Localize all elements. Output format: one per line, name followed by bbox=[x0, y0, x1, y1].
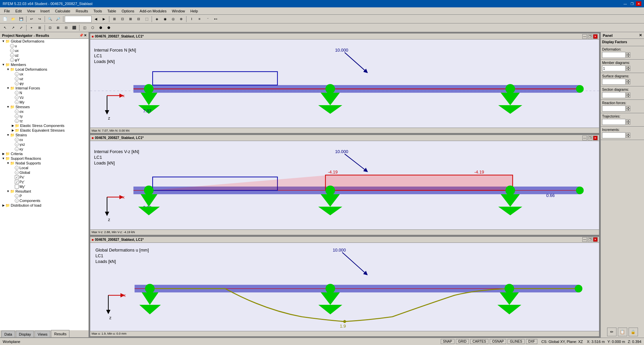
menu-view[interactable]: View bbox=[24, 8, 38, 14]
tb-next[interactable]: ▶ bbox=[100, 15, 108, 23]
tree-check-30[interactable] bbox=[15, 180, 19, 184]
tb2-c1[interactable]: ◫ bbox=[81, 24, 88, 31]
section-diagrams-spinner[interactable]: ▲ ▼ bbox=[626, 92, 630, 98]
tree-radio-4[interactable]: ○ bbox=[10, 58, 14, 62]
tb-b4[interactable]: ⊟ bbox=[135, 15, 142, 23]
tree-radio-2[interactable]: ○ bbox=[10, 49, 14, 53]
vp1-controls[interactable]: — ❐ ✕ bbox=[582, 34, 598, 39]
tree-item-21[interactable]: ○εx bbox=[0, 137, 89, 142]
menu-edit[interactable]: Edit bbox=[13, 8, 24, 14]
menu-insert[interactable]: Insert bbox=[38, 8, 52, 14]
trajectories-spinner[interactable]: ▲ ▼ bbox=[626, 119, 630, 125]
deformation-down[interactable]: ▼ bbox=[626, 55, 630, 58]
tb2-c3[interactable]: ⬢ bbox=[97, 24, 104, 31]
tree-item-35[interactable]: ▶📁Distribution of load bbox=[0, 203, 89, 208]
rp-edit-btn[interactable]: ✏ bbox=[607, 328, 616, 336]
tb-b2[interactable]: ⊡ bbox=[119, 15, 126, 23]
reaction-forces-down[interactable]: ▼ bbox=[626, 109, 630, 111]
tb2-b6[interactable]: ⊡ bbox=[46, 24, 54, 31]
menu-tools[interactable]: Tools bbox=[91, 8, 105, 14]
tree-radio-9[interactable]: ○ bbox=[15, 81, 19, 85]
tree-radio-8[interactable]: ○ bbox=[15, 77, 19, 81]
tb-d1[interactable]: Ⅰ bbox=[188, 15, 195, 23]
cartes-btn[interactable]: CARTES bbox=[470, 339, 488, 344]
tb2-b2[interactable]: ↗ bbox=[9, 24, 17, 31]
window-controls[interactable]: — ❐ ✕ bbox=[623, 1, 641, 6]
menu-window[interactable]: Window bbox=[169, 8, 187, 14]
close-button[interactable]: ✕ bbox=[636, 1, 641, 6]
trajectories-input[interactable] bbox=[602, 119, 626, 125]
tree-check-29[interactable] bbox=[15, 175, 19, 179]
tree-item-15[interactable]: ○σx bbox=[0, 109, 89, 114]
osnap-btn[interactable]: OSNAP bbox=[490, 339, 506, 344]
tree-item-7[interactable]: ○ux bbox=[0, 72, 89, 76]
tree-item-30[interactable]: Pz' bbox=[0, 180, 89, 184]
increments-input[interactable] bbox=[602, 132, 626, 138]
tb2-c2[interactable]: ⬡ bbox=[89, 24, 96, 31]
tree-item-19[interactable]: ▶📁Elastic Equivalent Stresses bbox=[0, 128, 89, 133]
nav-close-btn[interactable]: ✕ bbox=[84, 33, 87, 37]
menu-results[interactable]: Results bbox=[73, 8, 91, 14]
section-diagrams-up[interactable]: ▲ bbox=[626, 92, 630, 95]
tree-radio-15[interactable]: ○ bbox=[15, 110, 19, 114]
tree-item-20[interactable]: ▼📁Strains bbox=[0, 133, 89, 137]
tree-item-23[interactable]: ○κy bbox=[0, 147, 89, 151]
menu-table[interactable]: Table bbox=[105, 8, 119, 14]
tree-item-32[interactable]: ▼📁Resultant bbox=[0, 189, 89, 194]
minimize-button[interactable]: — bbox=[623, 1, 628, 6]
surface-diagrams-down[interactable]: ▼ bbox=[626, 82, 630, 84]
vp3-controls[interactable]: — ❐ ✕ bbox=[582, 237, 598, 242]
tab-views[interactable]: Views bbox=[35, 331, 50, 337]
member-diagrams-up[interactable]: ▲ bbox=[626, 66, 630, 68]
dxf-btn[interactable]: DXF bbox=[526, 339, 537, 344]
tree-item-11[interactable]: ○N bbox=[0, 90, 89, 95]
tree-item-17[interactable]: ○τz bbox=[0, 119, 89, 123]
tree-item-25[interactable]: ▼📁Support Reactions bbox=[0, 156, 89, 161]
vp3-close[interactable]: ✕ bbox=[593, 237, 598, 242]
tree-item-3[interactable]: ○uz bbox=[0, 53, 89, 58]
tree-radio-28[interactable]: ○ bbox=[15, 170, 19, 175]
tree-item-12[interactable]: ○Vz bbox=[0, 95, 89, 100]
menu-help[interactable]: Help bbox=[188, 8, 201, 14]
surface-diagrams-spinner[interactable]: ▲ ▼ bbox=[626, 79, 630, 84]
tb-open[interactable]: 📁 bbox=[9, 15, 17, 23]
tree-item-24[interactable]: ▶📁Criteria bbox=[0, 151, 89, 156]
trajectories-up[interactable]: ▲ bbox=[626, 119, 630, 122]
vp2-minimize[interactable]: — bbox=[582, 136, 587, 140]
tb2-b7[interactable]: ⊠ bbox=[54, 24, 62, 31]
tree-item-1[interactable]: ○u bbox=[0, 44, 89, 48]
tree-item-2[interactable]: ○ux bbox=[0, 48, 89, 53]
tb-d3[interactable]: ⁻ bbox=[204, 15, 211, 23]
deformation-up[interactable]: ▲ bbox=[626, 52, 630, 55]
tree-item-18[interactable]: ▶📁Elastic Stress Components bbox=[0, 123, 89, 128]
tree-item-9[interactable]: ○φy bbox=[0, 81, 89, 86]
tab-results[interactable]: Results bbox=[51, 330, 69, 337]
tb-b1[interactable]: ⊞ bbox=[111, 15, 118, 23]
tree-radio-23[interactable]: ○ bbox=[15, 147, 19, 151]
tree-item-16[interactable]: ○τy bbox=[0, 114, 89, 119]
tree-radio-22[interactable]: ○ bbox=[15, 142, 19, 146]
tb-c1[interactable]: ◈ bbox=[153, 15, 161, 23]
deformation-spinner[interactable]: ▲ ▼ bbox=[626, 52, 630, 58]
vp1-minimize[interactable]: — bbox=[582, 34, 587, 39]
increments-up[interactable]: ▲ bbox=[626, 133, 630, 135]
section-diagrams-down[interactable]: ▼ bbox=[626, 95, 630, 98]
tree-item-33[interactable]: ○P bbox=[0, 194, 89, 198]
tb-d4[interactable]: ⊷ bbox=[212, 15, 219, 23]
tree-radio-21[interactable]: ○ bbox=[15, 138, 19, 142]
tree-item-31[interactable]: My' bbox=[0, 184, 89, 189]
tree-item-34[interactable]: ○Components bbox=[0, 198, 89, 203]
tree-item-6[interactable]: ▼📁Local Deformations bbox=[0, 67, 89, 72]
menu-addon[interactable]: Add-on Modules bbox=[137, 8, 169, 14]
surface-diagrams-input[interactable] bbox=[602, 79, 626, 85]
trajectories-down[interactable]: ▼ bbox=[626, 122, 630, 125]
vp1-maximize[interactable]: ❐ bbox=[588, 34, 592, 39]
vp2-controls[interactable]: — ❐ ✕ bbox=[582, 136, 598, 140]
vp3-minimize[interactable]: — bbox=[582, 237, 587, 242]
tb-b3[interactable]: ⊠ bbox=[127, 15, 134, 23]
tb-new[interactable]: 📄 bbox=[1, 15, 9, 23]
member-diagrams-down[interactable]: ▼ bbox=[626, 68, 630, 71]
tree-item-10[interactable]: ▼📁Internal Forces bbox=[0, 86, 89, 90]
tb-c4[interactable]: ⊕ bbox=[177, 15, 185, 23]
tb2-b9[interactable]: ⬛ bbox=[70, 24, 78, 31]
